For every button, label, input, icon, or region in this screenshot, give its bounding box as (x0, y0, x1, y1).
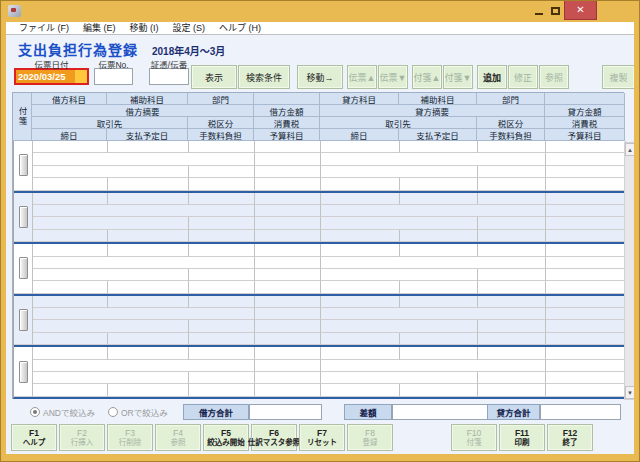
grid-cell[interactable] (189, 166, 255, 178)
grid-cell[interactable] (189, 281, 255, 293)
grid-cell[interactable] (546, 308, 626, 320)
grid-cell[interactable] (321, 360, 546, 372)
grid-cell[interactable] (33, 141, 108, 153)
grid-cell[interactable] (400, 296, 478, 308)
fusen-tab-icon[interactable] (19, 257, 28, 279)
grid-cell[interactable] (189, 193, 255, 205)
grid-cell[interactable] (255, 141, 321, 153)
grid-cell[interactable] (255, 333, 321, 345)
menu-move[interactable]: 移動 (I) (123, 22, 166, 34)
grid-cell[interactable] (400, 178, 478, 190)
grid-cell[interactable] (255, 384, 321, 396)
grid-cell[interactable] (546, 166, 626, 178)
grid-cell[interactable] (400, 384, 478, 396)
grid-cell[interactable] (108, 281, 189, 293)
grid-cell[interactable] (33, 230, 108, 242)
grid-cell[interactable] (33, 257, 255, 269)
grid-cell[interactable] (33, 347, 108, 359)
grid-cell[interactable] (321, 281, 400, 293)
grid-cell[interactable] (546, 281, 626, 293)
grid-cell[interactable] (321, 153, 546, 165)
fkey-F6[interactable]: F6仕訳マスタ参照 (251, 424, 297, 451)
grid-cell[interactable] (33, 308, 255, 320)
grid-cell[interactable] (478, 230, 546, 242)
grid-cell[interactable] (546, 141, 626, 153)
grid-cell[interactable] (255, 257, 321, 269)
grid-cell[interactable] (400, 281, 478, 293)
grid-cell[interactable] (478, 244, 546, 256)
grid-cell[interactable] (255, 217, 321, 229)
add-button[interactable]: 追加 (477, 65, 507, 89)
grid-cell[interactable] (33, 360, 255, 372)
fusen-tab-icon[interactable] (19, 309, 28, 331)
grid-cell[interactable] (255, 347, 321, 359)
fusen-tab-icon[interactable] (19, 154, 28, 176)
grid-cell[interactable] (546, 205, 626, 217)
grid-cell[interactable] (321, 230, 400, 242)
grid-cell[interactable] (255, 230, 321, 242)
grid-cell[interactable] (255, 281, 321, 293)
grid-cell[interactable] (546, 153, 626, 165)
grid-cell[interactable] (478, 166, 546, 178)
grid-cell[interactable] (321, 205, 546, 217)
grid-cell[interactable] (255, 166, 321, 178)
grid-cell[interactable] (255, 193, 321, 205)
grid-cell[interactable] (321, 166, 478, 178)
grid-cell[interactable] (189, 372, 255, 384)
grid-cell[interactable] (189, 347, 255, 359)
slip-next-button[interactable]: 伝票▼ (378, 65, 408, 89)
grid-cell[interactable] (478, 269, 546, 281)
grid-cell[interactable] (321, 333, 400, 345)
grid-cell[interactable] (321, 257, 546, 269)
grid-cell[interactable] (478, 281, 546, 293)
grid-cell[interactable] (108, 333, 189, 345)
maximize-button[interactable] (547, 1, 564, 20)
grid-cell[interactable] (321, 372, 478, 384)
grid-cell[interactable] (255, 360, 321, 372)
grid-cell[interactable] (255, 244, 321, 256)
grid-cell[interactable] (478, 178, 546, 190)
grid-cell[interactable] (108, 244, 189, 256)
grid-cell[interactable] (33, 205, 255, 217)
fkey-F5[interactable]: F5絞込み開始 (203, 424, 249, 451)
search-conditions-button[interactable]: 検索条件 (238, 65, 290, 89)
grid-cell[interactable] (478, 296, 546, 308)
move-button[interactable]: 移動→ (297, 65, 343, 89)
grid-cell[interactable] (321, 308, 546, 320)
grid-cell[interactable] (33, 372, 189, 384)
grid-cell[interactable] (33, 384, 108, 396)
grid-cell[interactable] (255, 320, 321, 332)
grid-cell[interactable] (400, 333, 478, 345)
close-button[interactable] (564, 1, 597, 20)
grid-cell[interactable] (546, 384, 626, 396)
grid-cell[interactable] (478, 141, 546, 153)
grid-cell[interactable] (255, 205, 321, 217)
grid-cell[interactable] (189, 178, 255, 190)
grid-cell[interactable] (189, 333, 255, 345)
grid-cell[interactable] (321, 193, 400, 205)
fkey-F1[interactable]: F1ヘルプ (11, 424, 57, 451)
grid-cell[interactable] (546, 178, 626, 190)
minimize-button[interactable] (530, 1, 547, 20)
menu-settings[interactable]: 設定 (S) (166, 22, 213, 34)
grid-cell[interactable] (546, 360, 626, 372)
grid-cell[interactable] (33, 320, 189, 332)
show-button[interactable]: 表示 (191, 65, 237, 89)
grid-cell[interactable] (33, 178, 108, 190)
fkey-F4[interactable]: F4参照 (155, 424, 201, 451)
fusen-next-button[interactable]: 付箋▼ (443, 65, 473, 89)
grid-cell[interactable] (478, 347, 546, 359)
duplicate-button[interactable]: 複製 (602, 65, 634, 89)
fkey-F12[interactable]: F12終了 (547, 424, 593, 451)
grid-cell[interactable] (189, 230, 255, 242)
grid-cell[interactable] (108, 347, 189, 359)
reference-button[interactable]: 参照 (539, 65, 569, 89)
fkey-F3[interactable]: F3行削除 (107, 424, 153, 451)
grid-cell[interactable] (546, 269, 626, 281)
fusen-tab-icon[interactable] (19, 206, 28, 228)
grid-cell[interactable] (33, 244, 108, 256)
table-scrollbar[interactable]: ▲ ▼ (624, 142, 634, 400)
grid-cell[interactable] (33, 269, 189, 281)
grid-cell[interactable] (546, 217, 626, 229)
grid-cell[interactable] (546, 193, 626, 205)
